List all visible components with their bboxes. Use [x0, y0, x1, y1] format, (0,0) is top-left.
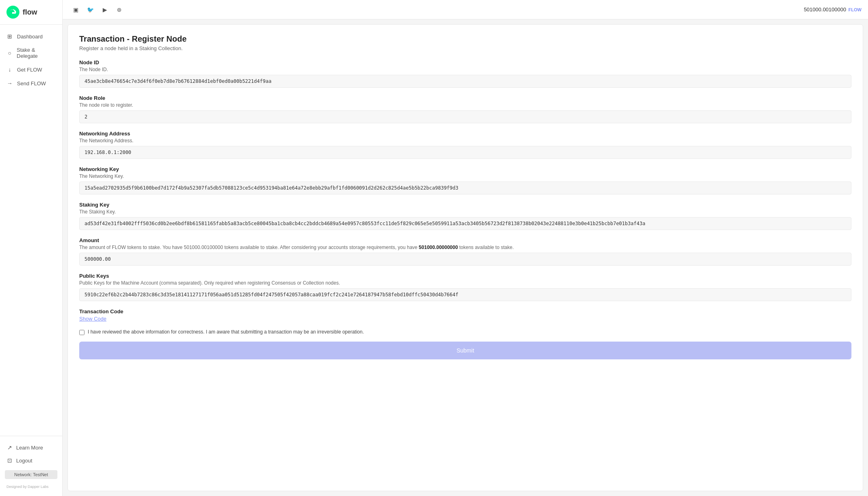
value-node-id: 45ae3cb8e476654c7e3d4f6f0eb7d8e7b6761288…: [79, 75, 851, 88]
field-amount: Amount The amount of FLOW tokens to stak…: [79, 237, 851, 266]
value-staking-key: ad53df42e31fb4002fff5036cd0b2ee6bdf8b615…: [79, 217, 851, 230]
desc-networking-key: The Networking Key.: [79, 173, 851, 179]
stake-icon: ○: [6, 50, 13, 56]
learn-more-label: Learn More: [16, 445, 43, 451]
sidebar-footer: ↗ Learn More ⊡ Logout Network: TestNet D…: [0, 436, 62, 496]
learn-more-icon: ↗: [6, 444, 13, 451]
sidebar-label-get-flow: Get FLOW: [17, 67, 42, 73]
youtube-button[interactable]: ▶: [98, 3, 111, 16]
label-public-keys: Public Keys: [79, 273, 851, 279]
balance-amount: 501000.00100000: [804, 6, 846, 13]
field-networking-key: Networking Key The Networking Key. 15a5e…: [79, 166, 851, 194]
value-node-role: 2: [79, 110, 851, 123]
learn-more-item[interactable]: ↗ Learn More: [0, 441, 62, 454]
value-networking-address: 192.168.0.1:2000: [79, 146, 851, 159]
logo-text: flow: [23, 8, 37, 17]
twitter-icon: 🐦: [87, 6, 94, 13]
label-node-id: Node ID: [79, 59, 851, 65]
label-node-role: Node Role: [79, 95, 851, 101]
value-networking-key: 15a5ead2702935d5f9b6100bed7d172f4b9a5230…: [79, 182, 851, 194]
logout-icon: ⊡: [6, 457, 13, 464]
field-node-role: Node Role The node role to register. 2: [79, 95, 851, 123]
value-public-keys: 5910c22ef6b2c2b44b7283c86c3d35e181411271…: [79, 288, 851, 301]
label-transaction-code: Transaction Code: [79, 308, 851, 314]
get-flow-icon: ↓: [6, 66, 13, 73]
label-amount: Amount: [79, 237, 851, 243]
desc-amount-suffix: tokens available to stake.: [458, 245, 514, 250]
sidebar-item-get-flow[interactable]: ↓ Get FLOW: [0, 63, 62, 76]
sidebar-label-stake: Stake & Delegate: [17, 47, 56, 59]
sidebar-item-stake-delegate[interactable]: ○ Stake & Delegate: [0, 43, 62, 63]
sidebar-navigation: ⊞ Dashboard ○ Stake & Delegate ↓ Get FLO…: [0, 25, 62, 436]
desc-node-role: The node role to register.: [79, 102, 851, 108]
field-networking-address: Networking Address The Networking Addres…: [79, 131, 851, 159]
logout-label: Logout: [16, 458, 32, 464]
sidebar-label-dashboard: Dashboard: [17, 34, 43, 40]
github-icon: ⊛: [117, 6, 122, 13]
designed-by: Designed by Dapper Labs: [0, 482, 62, 491]
sidebar-label-send-flow: Send FLOW: [17, 80, 46, 87]
sidebar-item-dashboard[interactable]: ⊞ Dashboard: [0, 30, 62, 43]
label-networking-key: Networking Key: [79, 166, 851, 172]
desc-node-id: The Node ID.: [79, 67, 851, 72]
review-checkbox[interactable]: [79, 330, 84, 335]
sidebar: flow ⊞ Dashboard ○ Stake & Delegate ↓ Ge…: [0, 0, 63, 496]
balance-currency: FLOW: [849, 7, 862, 12]
youtube-icon: ▶: [103, 6, 107, 13]
desc-amount-bold: 501000.00000000: [419, 245, 458, 250]
send-flow-icon: →: [6, 80, 13, 87]
desc-amount-prefix: The amount of FLOW tokens to stake. You …: [79, 245, 419, 250]
field-public-keys: Public Keys Public Keys for the Machine …: [79, 273, 851, 301]
logout-item[interactable]: ⊡ Logout: [0, 454, 62, 467]
value-amount: 500000.00: [79, 253, 851, 266]
review-checkbox-row: I have reviewed the above information fo…: [79, 329, 851, 335]
field-node-id: Node ID The Node ID. 45ae3cb8e476654c7e3…: [79, 59, 851, 88]
twitter-button[interactable]: 🐦: [84, 3, 97, 16]
label-staking-key: Staking Key: [79, 202, 851, 208]
monitor-icon: ▣: [73, 6, 78, 13]
desc-networking-address: The Networking Address.: [79, 138, 851, 144]
page-title: Transaction - Register Node: [79, 34, 851, 44]
desc-amount: The amount of FLOW tokens to stake. You …: [79, 245, 851, 250]
submit-button[interactable]: Submit: [79, 342, 851, 359]
desc-public-keys: Public Keys for the Machine Account (com…: [79, 280, 851, 286]
monitor-button[interactable]: ▣: [69, 3, 82, 16]
sidebar-logo: flow: [0, 0, 62, 25]
review-checkbox-label[interactable]: I have reviewed the above information fo…: [88, 329, 364, 335]
flow-logo-icon: [6, 6, 19, 19]
field-transaction-code: Transaction Code Show Code: [79, 308, 851, 322]
main-area: ▣ 🐦 ▶ ⊛ 501000.00100000 FLOW Transaction…: [63, 0, 868, 496]
desc-staking-key: The Staking Key.: [79, 209, 851, 215]
page-subtitle: Register a node held in a Staking Collec…: [79, 45, 851, 51]
main-content: Transaction - Register Node Register a n…: [68, 24, 863, 491]
sidebar-item-send-flow[interactable]: → Send FLOW: [0, 76, 62, 90]
topbar: ▣ 🐦 ▶ ⊛ 501000.00100000 FLOW: [63, 0, 868, 19]
balance-display: 501000.00100000 FLOW: [804, 6, 862, 13]
github-button[interactable]: ⊛: [113, 3, 126, 16]
show-code-link[interactable]: Show Code: [79, 316, 851, 322]
label-networking-address: Networking Address: [79, 131, 851, 137]
topbar-social-icons: ▣ 🐦 ▶ ⊛: [69, 3, 126, 16]
dashboard-icon: ⊞: [6, 33, 13, 40]
field-staking-key: Staking Key The Staking Key. ad53df42e31…: [79, 202, 851, 230]
network-badge: Network: TestNet: [5, 470, 57, 479]
